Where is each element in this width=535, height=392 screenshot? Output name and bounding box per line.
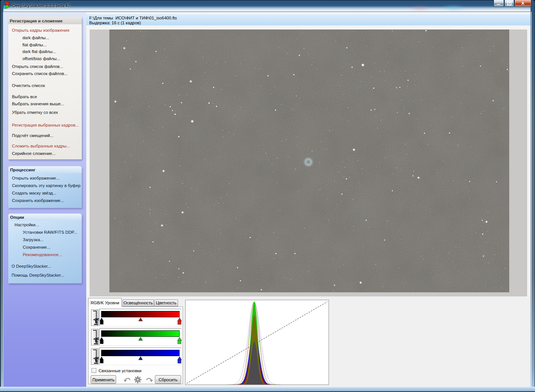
svg-text:log: log [93,337,99,345]
svg-text:log: log [93,357,99,364]
svg-text:log: log [93,318,99,325]
